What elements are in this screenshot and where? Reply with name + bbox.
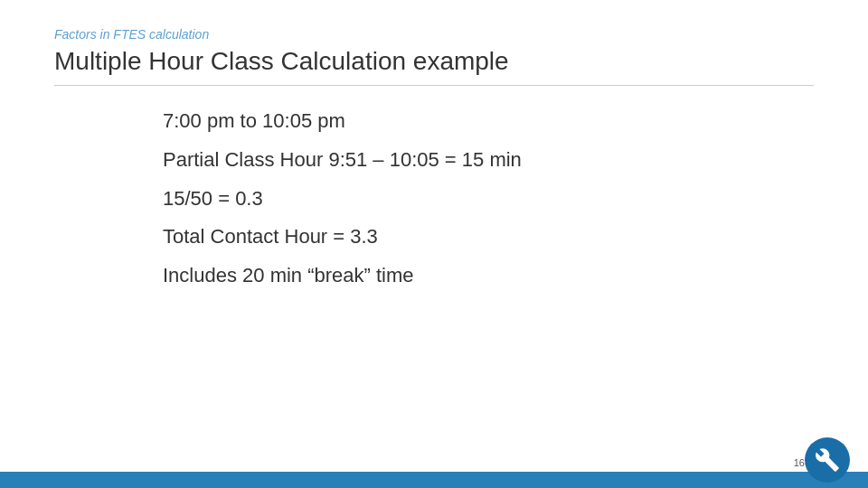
- bullet-list: 7:00 pm to 10:05 pm Partial Class Hour 9…: [54, 108, 814, 290]
- page-number: 16: [794, 457, 805, 468]
- bottom-bar: [0, 472, 868, 488]
- content-area: Factors in FTES calculation Multiple Hou…: [0, 0, 868, 355]
- slide-subtitle: Factors in FTES calculation: [54, 27, 814, 42]
- slide-title: Multiple Hour Class Calculation example: [54, 47, 814, 86]
- wrench-icon: [805, 437, 850, 483]
- slide-container: Factors in FTES calculation Multiple Hou…: [0, 0, 868, 488]
- bullet-item-2: Partial Class Hour 9:51 – 10:05 = 15 min: [163, 146, 814, 174]
- bullet-item-5: Includes 20 min “break” time: [163, 262, 814, 290]
- bullet-item-4: Total Contact Hour = 3.3: [163, 223, 814, 251]
- bullet-item-1: 7:00 pm to 10:05 pm: [163, 108, 814, 136]
- bullet-item-3: 15/50 = 0.3: [163, 185, 814, 213]
